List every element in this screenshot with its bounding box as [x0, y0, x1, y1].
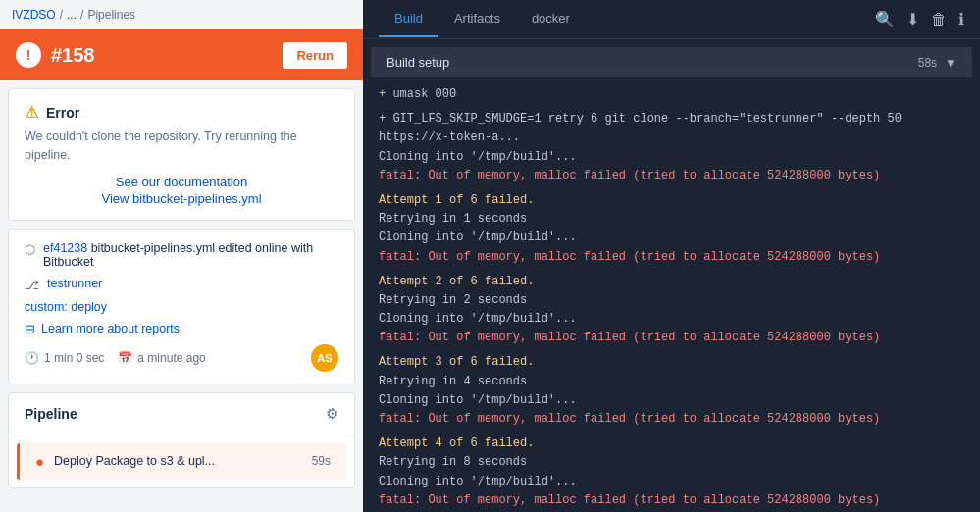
- reports-icon: ⊟: [25, 322, 35, 336]
- calendar-icon: 📅: [118, 351, 132, 365]
- console-output: + umask 000+ GIT_LFS_SKIP_SMUDGE=1 retry…: [363, 85, 980, 512]
- commit-info: ef41238 bitbucket-pipelines.yml edited o…: [43, 241, 338, 269]
- pipeline-type-label: custom: deploy: [25, 300, 107, 314]
- console-line: fatal: Out of memory, malloc failed (tri…: [379, 329, 964, 347]
- pipeline-section-header: Pipeline ⚙: [9, 393, 354, 435]
- console-line: Retrying in 4 seconds: [379, 373, 964, 391]
- breadcrumb-ellipsis[interactable]: ...: [67, 8, 77, 22]
- error-title-text: Error: [46, 105, 79, 121]
- console-line: Attempt 1 of 6 failed.: [379, 191, 964, 210]
- pipeline-section: Pipeline ⚙ ● Deploy Package to s3 & upl.…: [8, 392, 355, 488]
- step-error-icon: ●: [35, 453, 44, 470]
- build-setup-right: 58s ▼: [918, 56, 956, 70]
- reports-link-text: Learn more about reports: [41, 322, 180, 335]
- error-title: ⚠ Error: [25, 103, 338, 122]
- console-line: Retrying in 8 seconds: [379, 453, 964, 472]
- rerun-button[interactable]: Rerun: [283, 42, 347, 69]
- breadcrumb-current: Pipelines: [87, 8, 135, 22]
- time-ago-text: a minute ago: [137, 351, 205, 365]
- time-ago-item: 📅 a minute ago: [118, 351, 205, 365]
- console-line: Cloning into '/tmp/build'...: [379, 310, 964, 329]
- console-line: Cloning into '/tmp/build'...: [379, 148, 964, 167]
- console-line: Cloning into '/tmp/build'...: [379, 391, 964, 410]
- branch-link[interactable]: testrunner: [47, 277, 102, 290]
- warning-icon: ⚠: [25, 103, 38, 122]
- commit-hash-link[interactable]: ef41238: [43, 241, 87, 255]
- duration-text: 1 min 0 sec: [44, 351, 104, 365]
- pipeline-error-circle: !: [16, 42, 41, 68]
- see-documentation-link[interactable]: See our documentation: [25, 175, 338, 189]
- exclamation-icon: !: [26, 47, 31, 63]
- breadcrumb-sep1: /: [60, 8, 63, 22]
- tab-build[interactable]: Build: [379, 1, 438, 37]
- console-line: Attempt 4 of 6 failed.: [379, 435, 964, 453]
- branch-icon: ⎇: [25, 278, 39, 292]
- build-setup-bar: Build setup 58s ▼: [371, 47, 972, 77]
- tab-actions: 🔍 ⬇ 🗑 ℹ: [875, 10, 964, 28]
- pipeline-section-title: Pipeline: [25, 406, 77, 422]
- timing-row: 🕐 1 min 0 sec 📅 a minute ago AS: [25, 344, 338, 372]
- commit-icon: ⬡: [25, 242, 35, 257]
- tab-artifacts[interactable]: Artifacts: [438, 1, 516, 37]
- error-links: See our documentation View bitbucket-pip…: [25, 175, 338, 206]
- build-duration: 58s: [918, 56, 937, 70]
- breadcrumb-org[interactable]: IVZDSO: [12, 8, 56, 22]
- pipeline-header-left: ! #158: [16, 42, 95, 68]
- tabs-bar: Build Artifacts docker 🔍 ⬇ 🗑 ℹ: [363, 0, 980, 39]
- view-yml-link[interactable]: View bitbucket-pipelines.yml: [25, 191, 338, 206]
- duration-item: 🕐 1 min 0 sec: [25, 351, 104, 365]
- left-panel: IVZDSO / ... / Pipelines ! #158 Rerun ⚠ …: [0, 0, 363, 512]
- gear-icon[interactable]: ⚙: [326, 405, 338, 423]
- chevron-down-icon[interactable]: ▼: [945, 56, 956, 70]
- right-panel: Build Artifacts docker 🔍 ⬇ 🗑 ℹ Build set…: [363, 0, 980, 512]
- tabs: Build Artifacts docker: [379, 1, 586, 37]
- console-line: fatal: Out of memory, malloc failed (tri…: [379, 491, 964, 510]
- tab-docker[interactable]: docker: [516, 1, 586, 37]
- step-time: 59s: [312, 454, 331, 468]
- console-line: Retrying in 1 seconds: [379, 210, 964, 229]
- console-line: Attempt 2 of 6 failed.: [379, 273, 964, 291]
- console-line: fatal: Out of memory, malloc failed (tri…: [379, 167, 964, 185]
- console-line: Retrying in 2 seconds: [379, 291, 964, 310]
- branch-item: ⎇ testrunner: [25, 277, 338, 292]
- error-description: We couldn't clone the repository. Try re…: [25, 128, 338, 165]
- reports-link[interactable]: ⊟ Learn more about reports: [25, 322, 338, 336]
- timing-left: 🕐 1 min 0 sec 📅 a minute ago: [25, 351, 206, 365]
- breadcrumb-sep2: /: [80, 8, 83, 22]
- console-line: Attempt 3 of 6 failed.: [379, 353, 964, 372]
- download-icon[interactable]: ⬇: [906, 10, 919, 28]
- info-icon[interactable]: ℹ: [958, 10, 964, 28]
- console-line: fatal: Out of memory, malloc failed (tri…: [379, 410, 964, 429]
- user-avatar: AS: [311, 344, 338, 372]
- step-left: ● Deploy Package to s3 & upl...: [35, 453, 215, 470]
- build-setup-title: Build setup: [387, 55, 449, 70]
- clock-icon: 🕐: [25, 351, 39, 365]
- commit-item: ⬡ ef41238 bitbucket-pipelines.yml edited…: [25, 241, 338, 269]
- console-line: fatal: Out of memory, malloc failed (tri…: [379, 248, 964, 267]
- pipeline-type-item: custom: deploy: [25, 300, 338, 314]
- meta-section: ⬡ ef41238 bitbucket-pipelines.yml edited…: [8, 229, 355, 384]
- pipeline-header: ! #158 Rerun: [0, 29, 363, 80]
- console-line: + GIT_LFS_SKIP_SMUDGE=1 retry 6 git clon…: [379, 110, 964, 147]
- pipeline-step[interactable]: ● Deploy Package to s3 & upl... 59s: [17, 443, 346, 480]
- search-icon[interactable]: 🔍: [875, 10, 895, 28]
- pipeline-number: #158: [51, 44, 95, 67]
- console-line: Cloning into '/tmp/build'...: [379, 229, 964, 247]
- console-line: + umask 000: [379, 85, 964, 104]
- step-name: Deploy Package to s3 & upl...: [54, 454, 215, 468]
- delete-icon[interactable]: 🗑: [931, 11, 947, 28]
- console-line: Cloning into '/tmp/build'...: [379, 473, 964, 491]
- breadcrumb: IVZDSO / ... / Pipelines: [0, 0, 363, 29]
- error-section: ⚠ Error We couldn't clone the repository…: [8, 88, 355, 221]
